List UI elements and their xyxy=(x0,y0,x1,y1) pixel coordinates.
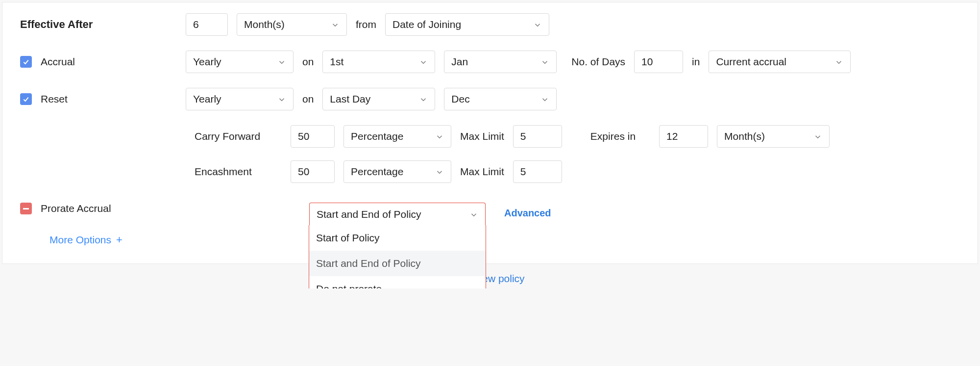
in-text: in xyxy=(692,56,700,68)
en-max-limit-input[interactable]: 5 xyxy=(513,160,562,183)
accrual-month-select[interactable]: Jan xyxy=(444,51,557,73)
chevron-down-icon xyxy=(277,95,286,104)
reset-row: Reset Yearly on Last Day Dec xyxy=(20,88,960,110)
prorate-option-none[interactable]: Do not prorate xyxy=(309,276,486,288)
encashment-unit-select[interactable]: Percentage xyxy=(343,160,451,183)
expires-in-label: Expires in xyxy=(590,131,636,142)
prorate-checkbox[interactable] xyxy=(20,203,32,214)
carry-forward-row: Carry Forward 50 Percentage Max Limit 5 … xyxy=(195,125,960,148)
chevron-down-icon xyxy=(419,57,428,66)
reset-frequency-select[interactable]: Yearly xyxy=(186,88,294,110)
chevron-down-icon xyxy=(419,95,428,104)
effective-after-unit-select[interactable]: Month(s) xyxy=(237,13,347,36)
en-max-limit-label: Max Limit xyxy=(460,166,504,178)
reset-label: Reset xyxy=(41,93,68,105)
accrual-day-select[interactable]: 1st xyxy=(322,51,435,73)
effective-after-basis-select[interactable]: Date of Joining xyxy=(385,13,549,36)
more-options-row: More Options + xyxy=(20,234,960,246)
reset-checkbox[interactable] xyxy=(20,93,32,105)
chevron-down-icon xyxy=(813,132,822,141)
reset-day-select[interactable]: Last Day xyxy=(322,88,435,110)
accrual-label: Accrual xyxy=(41,56,75,68)
chevron-down-icon xyxy=(533,20,542,29)
prorate-option-start[interactable]: Start of Policy xyxy=(309,225,486,251)
carry-forward-unit-select[interactable]: Percentage xyxy=(343,125,451,148)
encashment-row: Encashment 50 Percentage Max Limit 5 xyxy=(195,160,960,183)
accrual-row: Accrual Yearly on 1st Jan No. of Days 10… xyxy=(20,51,960,73)
prorate-select[interactable]: Start and End of Policy xyxy=(309,203,486,225)
prorate-row: Prorate Accrual Start and End of Policy … xyxy=(20,203,960,225)
chevron-down-icon xyxy=(331,20,340,29)
accrual-on-text: on xyxy=(302,56,314,68)
chevron-down-icon xyxy=(277,57,286,66)
cf-max-limit-label: Max Limit xyxy=(460,131,504,142)
policy-settings-card: Effective After 6 Month(s) from Date of … xyxy=(2,2,978,264)
chevron-down-icon xyxy=(834,57,843,66)
chevron-down-icon xyxy=(540,57,549,66)
expires-unit-select[interactable]: Month(s) xyxy=(717,125,830,148)
accrual-mode-select[interactable]: Current accrual xyxy=(709,51,851,73)
carry-forward-label: Carry Forward xyxy=(195,131,282,142)
chevron-down-icon xyxy=(469,210,478,219)
carry-forward-value-input[interactable]: 50 xyxy=(291,125,335,148)
advanced-link[interactable]: Advanced xyxy=(504,208,551,219)
reset-month-select[interactable]: Dec xyxy=(444,88,557,110)
effective-after-value-input[interactable]: 6 xyxy=(186,13,228,36)
reset-on-text: on xyxy=(302,93,314,105)
chevron-down-icon xyxy=(435,132,444,141)
no-of-days-label: No. of Days xyxy=(571,56,625,68)
from-text: from xyxy=(356,19,376,30)
prorate-label: Prorate Accrual xyxy=(41,203,111,214)
effective-after-label: Effective After xyxy=(20,18,177,31)
chevron-down-icon xyxy=(435,167,444,176)
more-options-link[interactable]: More Options + xyxy=(49,234,122,246)
encashment-label: Encashment xyxy=(195,166,282,178)
prorate-select-wrapper: Start and End of Policy Start of Policy … xyxy=(309,203,486,225)
accrual-checkbox[interactable] xyxy=(20,56,32,68)
prorate-option-start-end[interactable]: Start and End of Policy xyxy=(309,251,486,276)
expires-value-input[interactable]: 12 xyxy=(659,125,708,148)
chevron-down-icon xyxy=(540,95,549,104)
no-of-days-input[interactable]: 10 xyxy=(634,51,683,73)
cf-max-limit-input[interactable]: 5 xyxy=(513,125,562,148)
accrual-frequency-select[interactable]: Yearly xyxy=(186,51,294,73)
encashment-value-input[interactable]: 50 xyxy=(291,160,335,183)
effective-after-row: Effective After 6 Month(s) from Date of … xyxy=(20,13,960,36)
plus-icon: + xyxy=(116,235,122,245)
footer: Add new policy xyxy=(0,264,980,288)
prorate-dropdown-menu: Start of Policy Start and End of Policy … xyxy=(309,225,486,288)
